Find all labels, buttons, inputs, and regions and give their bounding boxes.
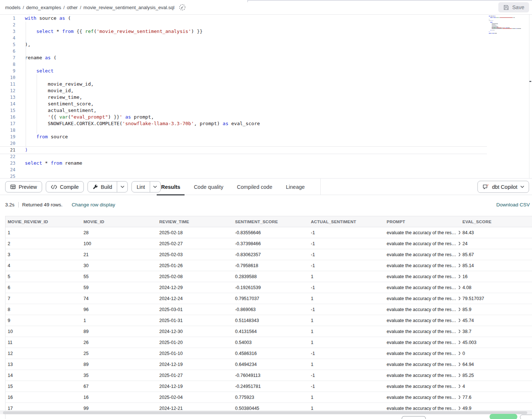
code-line[interactable]: 4 (0, 35, 532, 41)
code-line[interactable]: 25 (0, 173, 532, 178)
breadcrumb-item[interactable]: models (5, 5, 21, 10)
compile-button[interactable]: Compile (46, 181, 84, 192)
build-dropdown-button[interactable] (117, 182, 127, 192)
code-editor[interactable]: 1with source as (23 select * from {{ ref… (0, 15, 532, 178)
code-line[interactable]: 15 actual_sentiment, (0, 107, 532, 114)
cell-actual_sentiment: 1 (309, 329, 384, 334)
table-row: 10892024-12-300.41315641evaluate the acc… (5, 326, 532, 337)
code-line[interactable]: 5), (0, 41, 532, 48)
cell-movie_review_id: 14 (5, 373, 81, 378)
wrench-icon (93, 184, 98, 190)
code-line[interactable]: 3 select * from {{ ref('movie_review_sen… (0, 28, 532, 35)
minimap[interactable] (489, 16, 525, 35)
change-row-display-link[interactable]: Change row display (72, 202, 115, 207)
code-line[interactable]: 6 (0, 48, 532, 55)
code-line[interactable]: 8 (0, 61, 532, 68)
cell-prompt: evaluate the accuracy of the res… (384, 318, 460, 323)
scrollbar-thumb[interactable] (3, 411, 527, 414)
column-header-eval_score[interactable]: EVAL_SCORE (460, 220, 532, 224)
cell-sentiment_score: 0.2839588 (233, 274, 309, 279)
partial-button[interactable] (520, 415, 532, 419)
results-table: MOVIE_REVIEW_IDMOVIE_IDREVIEW_TIMESENTIM… (5, 216, 532, 419)
code-line[interactable]: 19 from source (0, 134, 532, 140)
save-icon (503, 4, 509, 11)
lint-button[interactable]: Lint (131, 181, 161, 192)
column-header-prompt[interactable]: PROMPT (384, 220, 460, 224)
cell-movie_id: 74 (81, 296, 157, 301)
cell-movie_review_id: 15 (5, 384, 81, 389)
dbt-copilot-button[interactable]: dbt Copilot (477, 181, 529, 193)
code-line[interactable]: 24 (0, 167, 532, 173)
cell-movie_review_id: 1 (5, 230, 81, 235)
cell-eval_score: 24 (460, 241, 532, 246)
line-number: 16 (0, 114, 15, 120)
column-header-sentiment_score[interactable]: SENTIMENT_SCORE (233, 220, 309, 224)
cell-sentiment_score: 0.775923 (233, 395, 309, 400)
code-line[interactable]: 1with source as ( (0, 15, 532, 22)
cell-movie_id: 28 (81, 230, 157, 235)
partial-help-button[interactable] (490, 414, 517, 419)
top-bar: models/demo_examples/other/movie_review_… (0, 0, 532, 15)
cell-review_time: 2024-12-29 (157, 285, 233, 290)
breadcrumb-item[interactable]: movie_review_sentiment_analysis_eval.sql (83, 5, 175, 10)
table-body: 1282025-02-18-0.83556646-1evaluate the a… (5, 227, 532, 414)
code-line[interactable]: 13 review_time, (0, 94, 532, 101)
line-number: 21 (0, 147, 15, 153)
cell-sentiment_score: -0.37398466 (233, 241, 309, 246)
tab-compiled-code[interactable]: Compiled code (232, 179, 277, 195)
window-top-notch (248, 0, 248, 2)
code-line[interactable]: 10 (0, 74, 532, 81)
preview-button[interactable]: Preview (5, 181, 42, 192)
breadcrumb-separator: / (80, 5, 81, 10)
code-line[interactable]: 18 (0, 127, 532, 134)
code-line[interactable]: 16 '{{ var("eval_prompt") }}' as prompt, (0, 114, 532, 120)
breadcrumb-item[interactable]: demo_examples (26, 5, 61, 10)
cell-movie_id: 67 (81, 384, 157, 389)
cell-movie_id: 1 (81, 318, 157, 323)
line-number: 13 (0, 94, 15, 101)
column-header-review_time[interactable]: REVIEW_TIME (157, 220, 233, 224)
cell-actual_sentiment: 1 (309, 274, 384, 279)
column-header-movie_review_id[interactable]: MOVIE_REVIEW_ID (5, 220, 81, 224)
tab-code-quality[interactable]: Code quality (189, 179, 228, 195)
prompt-preview-text: evaluate the accuracy of the res… (387, 318, 456, 323)
cell-prompt: evaluate the accuracy of the res… (384, 285, 460, 290)
tab-lineage[interactable]: Lineage (282, 179, 309, 195)
cell-actual_sentiment: 1 (309, 362, 384, 367)
code-line[interactable]: 17 SNOWFLAKE.CORTEX.COMPLETE('snowflake-… (0, 120, 532, 127)
horizontal-scrollbar[interactable] (0, 411, 532, 414)
prompt-preview-text: evaluate the accuracy of the res… (387, 406, 456, 411)
code-line[interactable]: 2 (0, 22, 532, 28)
table-row: 13892024-12-190.64942341evaluate the acc… (5, 359, 532, 370)
cell-review_time: 2025-02-18 (157, 230, 233, 235)
code-line[interactable]: 22 (0, 153, 532, 160)
save-button[interactable]: Save (498, 2, 529, 12)
code-line[interactable]: 21) (0, 147, 532, 153)
cell-movie_review_id: 7 (5, 296, 81, 301)
download-csv-link[interactable]: Download CSV (496, 202, 530, 207)
cell-review_time: 2024-12-21 (157, 406, 233, 411)
cell-prompt: evaluate the accuracy of the res… (384, 230, 460, 235)
column-header-movie_id[interactable]: MOVIE_ID (81, 220, 157, 224)
code-line[interactable]: 11 movie_review_id, (0, 81, 532, 87)
code-line[interactable]: 7rename as ( (0, 55, 532, 61)
cell-review_time: 2025-01-10 (157, 351, 233, 356)
code-line[interactable]: 20 (0, 140, 532, 147)
cell-actual_sentiment: 1 (309, 395, 384, 400)
partial-button[interactable] (402, 416, 426, 419)
prompt-preview-text: evaluate the accuracy of the res… (387, 274, 456, 279)
cell-prompt: evaluate the accuracy of the res… (384, 329, 460, 334)
breadcrumb-item[interactable]: other (67, 5, 78, 10)
cell-sentiment_score: 0.51148343 (233, 318, 309, 323)
code-line[interactable]: 12 movie_id, (0, 87, 532, 94)
tab-results[interactable]: Results (157, 179, 185, 195)
code-line[interactable]: 9 select (0, 68, 532, 74)
column-header-actual_sentiment[interactable]: ACTUAL_SENTIMENT (309, 220, 384, 224)
prompt-preview-text: evaluate the accuracy of the res… (387, 285, 456, 290)
line-number: 12 (0, 87, 15, 94)
code-line[interactable]: 23select * from rename (0, 160, 532, 167)
copilot-chat-sparkle-icon (482, 184, 489, 190)
code-line[interactable]: 14 sentiment_score, (0, 101, 532, 107)
table-row: 3212025-02-03-0.83062357-1evaluate the a… (5, 249, 532, 260)
build-button[interactable]: Build (88, 181, 128, 192)
